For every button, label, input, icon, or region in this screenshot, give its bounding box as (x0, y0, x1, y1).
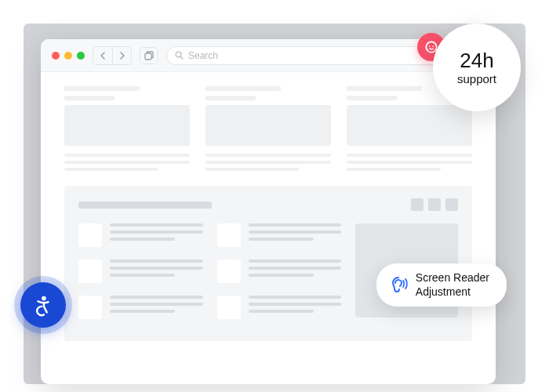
support-subline: support (457, 72, 496, 85)
panel-actions (411, 198, 458, 211)
svg-point-5 (432, 45, 434, 47)
close-dot[interactable] (52, 52, 60, 60)
minimize-dot[interactable] (64, 52, 72, 60)
accessibility-button[interactable] (20, 282, 66, 328)
svg-line-2 (180, 56, 183, 59)
chevron-left-icon (100, 52, 106, 60)
forward-button[interactable] (112, 47, 131, 64)
support-badge: 24h support (433, 24, 521, 111)
accessibility-icon (31, 293, 55, 317)
nav-arrows (93, 46, 132, 65)
panel-action[interactable] (445, 198, 458, 211)
zoom-dot[interactable] (77, 52, 85, 60)
panel-action[interactable] (411, 198, 424, 211)
hero-column (205, 86, 331, 175)
screen-reader-pill[interactable]: Screen Reader Adjustment (376, 263, 507, 307)
svg-point-6 (42, 296, 46, 301)
screen-reader-label: Screen Reader Adjustment (416, 271, 489, 299)
list-item (217, 260, 342, 283)
back-button[interactable] (93, 47, 112, 64)
list-item (217, 223, 342, 247)
browser-window (41, 39, 496, 384)
ear-icon (387, 274, 408, 296)
list-item (78, 296, 203, 319)
chevron-right-icon (119, 52, 125, 60)
search-icon (175, 51, 184, 60)
tabs-button[interactable] (140, 47, 158, 64)
panel-action[interactable] (428, 198, 441, 211)
list-item (217, 296, 342, 319)
tabs-icon (144, 51, 154, 60)
panel-title-placeholder (78, 201, 212, 209)
traffic-lights (52, 52, 85, 60)
list-item (78, 223, 203, 247)
hero-column (64, 86, 190, 175)
page-wireframe (41, 72, 496, 355)
list-item (78, 260, 203, 283)
svg-rect-0 (145, 53, 151, 60)
support-headline: 24h (460, 50, 493, 71)
svg-point-4 (429, 45, 431, 47)
